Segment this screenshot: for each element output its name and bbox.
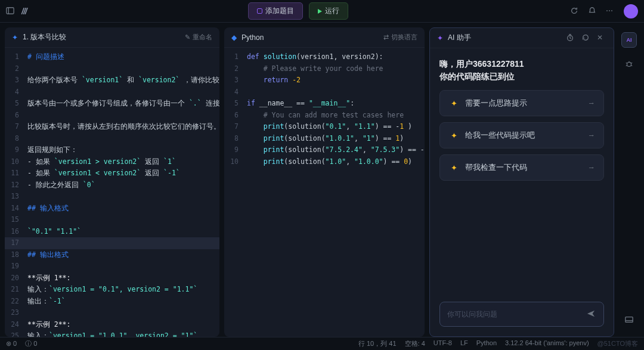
add-problem-button[interactable]: 添加题目 xyxy=(248,2,303,20)
code-icon: ◆ xyxy=(231,33,237,42)
editor-line[interactable]: 3 return -2 xyxy=(224,75,425,86)
rail-terminal-icon[interactable] xyxy=(621,312,637,327)
status-bar: ⊗ 0 ⓘ 0 行 10，列 41 空格: 4 UTF-8 LF Python … xyxy=(0,337,644,350)
editor-line[interactable]: 8 xyxy=(5,133,219,145)
ai-greeting: 嗨，用户36631227811 你的代码陪练已到位 xyxy=(439,58,604,83)
editor-line[interactable]: 22输出：`-1` xyxy=(5,296,219,308)
editor-line[interactable]: 11- 如果 `version1 < version2` 返回 `-1` xyxy=(5,168,219,179)
swap-icon: ⇄ xyxy=(383,33,389,41)
ai-suggestion-card[interactable]: ✦需要一点思路提示→ xyxy=(439,90,604,116)
status-warnings[interactable]: ⓘ 0 xyxy=(25,339,37,348)
rename-button[interactable]: ✎ 重命名 xyxy=(185,33,212,42)
run-label: 运行 xyxy=(325,6,339,16)
status-python-version[interactable]: 3.12.2 64-bit ('anims': pyenv) xyxy=(505,339,589,348)
sparkle-icon: ✦ xyxy=(437,34,443,42)
main-content: ✦ 1. 版本号比较 ✎ 重命名 1# 问题描述2 3给你两个版本号 `vers… xyxy=(0,23,644,337)
ai-input-container[interactable] xyxy=(439,302,604,327)
refresh-icon[interactable] xyxy=(570,7,580,16)
editor-line[interactable]: 14## 输入格式 xyxy=(5,203,219,215)
sparkle-icon: ✦ xyxy=(448,130,459,141)
editor-line[interactable]: 10- 如果 `version1 > version2` 返回 `1` xyxy=(5,156,219,168)
ai-suggestion-card[interactable]: ✦帮我检查一下代码→ xyxy=(439,154,604,181)
editor-line[interactable]: 5版本号由一个或多个修订号组成，各修订号由一个 `.` 连接。每个修订号由 xyxy=(5,98,219,110)
close-icon[interactable]: ✕ xyxy=(597,33,606,43)
run-button[interactable]: 运行 xyxy=(309,2,348,20)
code-editor[interactable]: 1def solution(version1, version2):2 # Pl… xyxy=(224,48,425,337)
editor-line[interactable]: 17 xyxy=(5,237,219,249)
ai-chat-input[interactable] xyxy=(447,310,587,318)
editor-line[interactable]: 18## 输出格式 xyxy=(5,249,219,261)
editor-line[interactable]: 9返回规则如下： xyxy=(5,144,219,156)
rail-bug-icon[interactable] xyxy=(621,56,637,72)
editor-line[interactable]: 24**示例 2**: xyxy=(5,319,219,331)
ai-title: AI 助手 xyxy=(448,33,471,43)
editor-line[interactable]: 4 xyxy=(5,86,219,98)
ai-card-label: 帮我检查一下代码 xyxy=(465,163,527,173)
arrow-right-icon: → xyxy=(588,163,596,172)
editor-line[interactable]: 7 print(solution("0.1", "1.1") == -1 ) xyxy=(224,121,425,133)
editor-line[interactable]: 4 xyxy=(224,86,425,98)
status-errors[interactable]: ⊗ 0 xyxy=(6,340,17,348)
status-eol[interactable]: LF xyxy=(460,339,468,348)
svg-point-3 xyxy=(627,62,631,66)
editor-line[interactable]: 5if __name__ == "__main__": xyxy=(224,98,425,110)
editor-line[interactable]: 7比较版本号时，请按从左到右的顺序依次比较它们的修订号。比较修订号时， xyxy=(5,121,219,133)
problem-panel: ✦ 1. 版本号比较 ✎ 重命名 1# 问题描述2 3给你两个版本号 `vers… xyxy=(5,27,219,337)
rail-ai-button[interactable]: AI xyxy=(621,32,637,48)
problem-title: 1. 版本号比较 xyxy=(23,32,66,42)
problem-icon: ✦ xyxy=(12,33,18,42)
title-bar: /// 添加题目 运行 ⋯ xyxy=(0,0,644,23)
status-encoding[interactable]: UTF-8 xyxy=(434,339,452,348)
more-icon[interactable]: ⋯ xyxy=(606,7,615,16)
arrow-right-icon: → xyxy=(588,99,596,107)
ai-suggestion-card[interactable]: ✦给我一些代码提示吧→ xyxy=(439,122,604,148)
editor-line[interactable]: 3给你两个版本号 `version1` 和 `version2` ，请你比较它们… xyxy=(5,75,219,86)
status-lang[interactable]: Python xyxy=(476,339,497,348)
switch-language-button[interactable]: ⇄ 切换语言 xyxy=(383,33,417,42)
editor-line[interactable]: 23 xyxy=(5,307,219,319)
editor-line[interactable]: 1def solution(version1, version2): xyxy=(224,51,425,63)
editor-line[interactable]: 21输入：`version1 = "0.1", version2 = "1.1"… xyxy=(5,284,219,296)
notifications-icon[interactable] xyxy=(588,7,597,16)
editor-line[interactable]: 2 xyxy=(5,63,219,75)
add-problem-label: 添加题目 xyxy=(265,6,294,16)
editor-line[interactable]: 12- 除此之外返回 `0` xyxy=(5,179,219,191)
editor-line[interactable]: 25输入：`version1 = "1.0.1", version2 = "1"… xyxy=(5,330,219,337)
editor-line[interactable]: 16`"0.1" "1.1"` xyxy=(5,226,219,238)
editor-line[interactable]: 13 xyxy=(5,191,219,203)
plus-square-icon xyxy=(257,8,262,14)
editor-line[interactable]: 9 print(solution("7.5.2.4", "7.5.3") == … xyxy=(224,144,425,156)
history-icon[interactable] xyxy=(581,33,591,43)
arrow-right-icon: → xyxy=(588,131,596,140)
user-avatar[interactable] xyxy=(624,4,638,18)
editor-line[interactable]: 19 xyxy=(5,261,219,272)
watermark: @51CTO博客 xyxy=(597,339,638,348)
app-logo: /// xyxy=(21,7,27,16)
ai-card-label: 需要一点思路提示 xyxy=(465,98,527,109)
sparkle-icon: ✦ xyxy=(448,162,459,173)
editor-line[interactable]: 6 # You can add more test cases here xyxy=(224,110,425,122)
sidebar-toggle-icon[interactable] xyxy=(6,7,16,16)
sparkle-icon: ✦ xyxy=(448,98,459,109)
code-language: Python xyxy=(242,33,264,42)
svg-rect-4 xyxy=(626,317,633,323)
problem-editor[interactable]: 1# 问题描述2 3给你两个版本号 `version1` 和 `version2… xyxy=(5,48,219,337)
editor-line[interactable]: 20**示例 1**: xyxy=(5,272,219,284)
svg-rect-0 xyxy=(7,7,14,14)
right-rail: AI xyxy=(619,27,639,337)
editor-line[interactable]: 6 xyxy=(5,110,219,122)
send-icon[interactable] xyxy=(587,309,596,319)
editor-line[interactable]: 8 print(solution("1.0.1", "1") == 1) xyxy=(224,133,425,145)
editor-line[interactable]: 15 xyxy=(5,214,219,226)
pencil-icon: ✎ xyxy=(185,33,190,41)
editor-line[interactable]: 2 # Please write your code here xyxy=(224,63,425,75)
editor-line[interactable]: 1# 问题描述 xyxy=(5,51,219,63)
ai-panel: ✦ AI 助手 ✕ 嗨，用户36631227811 你的代码陪练已到位 ✦需要一… xyxy=(429,27,614,337)
status-spaces[interactable]: 空格: 4 xyxy=(405,339,425,348)
timer-icon[interactable] xyxy=(566,33,575,43)
play-icon xyxy=(318,9,322,14)
status-cursor[interactable]: 行 10，列 41 xyxy=(358,339,397,348)
editor-line[interactable]: 10 print(solution("1.0", "1.0.0") == 0) xyxy=(224,156,425,168)
ai-card-label: 给我一些代码提示吧 xyxy=(465,131,535,141)
code-panel: ◆ Python ⇄ 切换语言 1def solution(version1, … xyxy=(224,27,425,337)
